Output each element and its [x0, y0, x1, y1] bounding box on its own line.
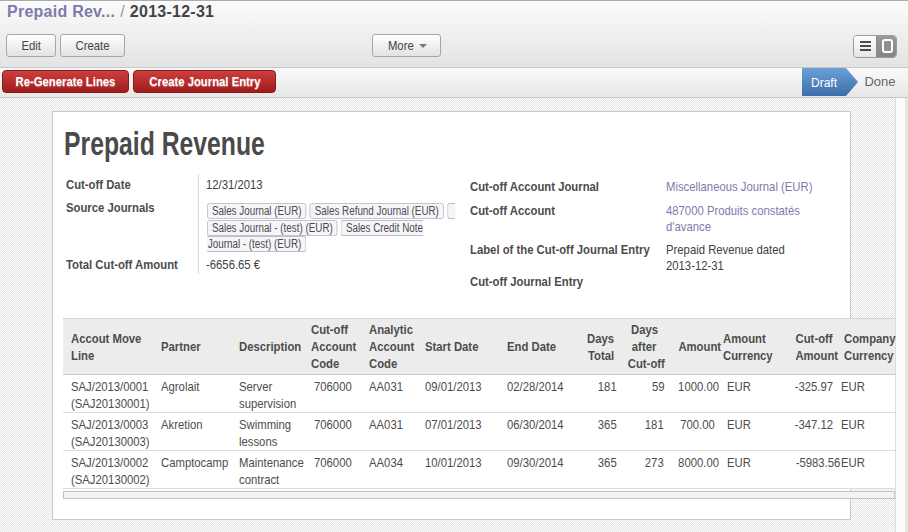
svg-text:Draft: Draft [811, 76, 838, 90]
